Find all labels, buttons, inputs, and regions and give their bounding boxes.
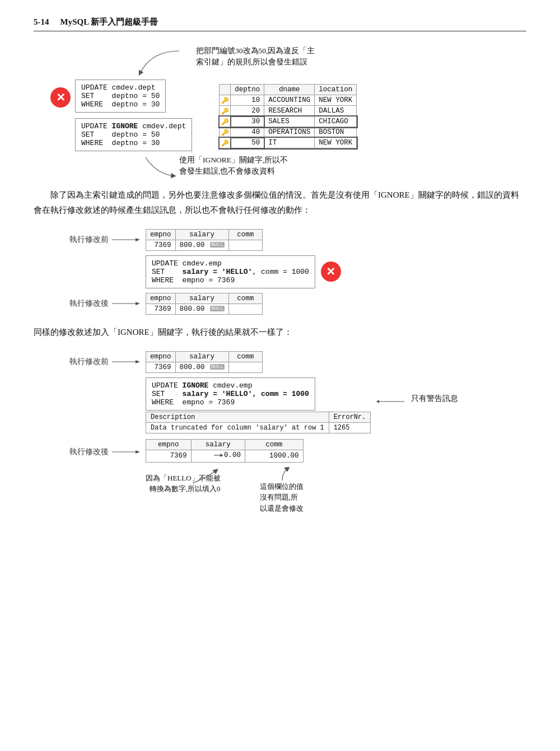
- col-dname: dname: [264, 85, 315, 95]
- annotation-comm: 這個欄位的值 沒有問題,所 以還是會修改: [260, 481, 304, 514]
- error-icon-1: ✕: [50, 87, 71, 108]
- table-row-highlight: 🔑 30 SALES CHICAGO: [220, 116, 357, 127]
- svg-marker-8: [136, 450, 140, 454]
- null-badge: NULL: [210, 242, 225, 248]
- arrow-after-3: [112, 447, 140, 456]
- col-deptno: deptno: [231, 85, 264, 95]
- diagram1-section: 把部門編號30改為50,因為違反「主 索引鍵」的規則,所以會發生錯誤 ✕ UPD…: [34, 48, 526, 178]
- arrow-before-2: [112, 235, 140, 244]
- arrow-to-salary: [214, 452, 224, 459]
- err-row: Data truncated for column 'salary' at ro…: [146, 422, 371, 433]
- arrow-before-3: [112, 357, 140, 366]
- col-location: location: [315, 85, 357, 95]
- dept-table: deptno dname location 🔑 10 ACCOUNTING NE…: [219, 84, 357, 148]
- body-text-1: 除了因為主索引鍵造成的問題，另外也要注意修改多個欄位值的情況。首先是沒有使用「I…: [34, 188, 526, 218]
- arrow-hello: [176, 468, 221, 484]
- page-number: 5-14: [34, 17, 49, 27]
- label-before-3: 執行修改前: [69, 357, 109, 367]
- table-row: 🔑 20 RESEARCH DALLAS: [220, 106, 357, 116]
- err-table: Description ErrorNr. Data truncated for …: [146, 412, 371, 433]
- body-text-2: 同樣的修改敘述加入「IGNORE」關鍵字，執行後的結果就不一樣了：: [34, 325, 526, 340]
- label-after-3: 執行修改後: [69, 447, 109, 457]
- label-before-2: 執行修改前: [69, 235, 109, 245]
- table-row: 🔑 50 IT NEW YORK: [220, 138, 357, 148]
- svg-marker-6: [376, 400, 379, 403]
- diagram1-annotation-top: 把部門編號30改為50,因為違反「主 索引鍵」的規則,所以會發生錯誤: [196, 45, 315, 68]
- table-row: 🔑 10 ACCOUNTING NEW YORK: [220, 95, 357, 106]
- null-badge: NULL: [210, 364, 225, 370]
- table-row: 7369 800.00 NULL: [146, 362, 263, 372]
- table-row: 7369 800.00 NULL: [146, 240, 263, 250]
- page-title: MySQL 新手入門超級手冊: [60, 17, 158, 27]
- label-after-2: 執行修改後: [69, 298, 109, 309]
- code-box-3: UPDATE cmdev.emp SET salary = 'HELLO', c…: [146, 255, 315, 288]
- arrow-bottom-diagram1: [123, 155, 179, 177]
- table-row: 7369 800.00 NULL: [146, 304, 263, 314]
- emp-table-after-2: empno salary comm 7369 800.00 NULL: [146, 293, 263, 315]
- diagram1-annotation-bottom: 使用「IGNORE」關鍵字,所以不 會發生錯誤,也不會修改資料: [179, 155, 288, 178]
- svg-marker-10: [220, 454, 223, 457]
- arrow-after-2: [112, 299, 140, 308]
- code-box-4: UPDATE IGNORE cmdev.emp SET salary = 'HE…: [146, 377, 315, 411]
- code-box-1: UPDATE cmdev.dept SET deptno = 50 WHERE …: [75, 80, 166, 113]
- arrow-top-diagram1: [123, 48, 190, 76]
- arrow-warning: [376, 393, 410, 410]
- arrow-comm: [265, 467, 299, 481]
- diagram2-section: 執行修改前 empno salary comm: [34, 229, 526, 315]
- diagram3-section: 執行修改前 empno salary comm: [34, 351, 526, 514]
- emp-table-after-3: empno salary comm 7369: [146, 439, 304, 463]
- null-badge: NULL: [210, 306, 225, 311]
- table-row: 7369 0.00 1000.00: [146, 450, 304, 462]
- page: 5-14 MySQL 新手入門超級手冊 把部門編號30改為50,因為違反「主 索…: [0, 0, 560, 546]
- table-row: 🔑 40 OPERATIONS BOSTON: [220, 127, 357, 138]
- error-icon-2: ✕: [321, 262, 341, 282]
- emp-table-before-3: empno salary comm 7369 800.00 NULL: [146, 351, 263, 373]
- svg-marker-1: [136, 238, 140, 241]
- code-box-2: UPDATE IGNORE cmdev.dept SET deptno = 50…: [75, 118, 192, 151]
- svg-marker-5: [136, 360, 140, 363]
- annotation-warning: 只有警告訊息: [411, 393, 458, 404]
- emp-table-before-2: empno salary comm 7369 800.00 NULL: [146, 229, 263, 251]
- svg-marker-3: [136, 302, 140, 305]
- page-header: 5-14 MySQL 新手入門超級手冊: [34, 17, 526, 31]
